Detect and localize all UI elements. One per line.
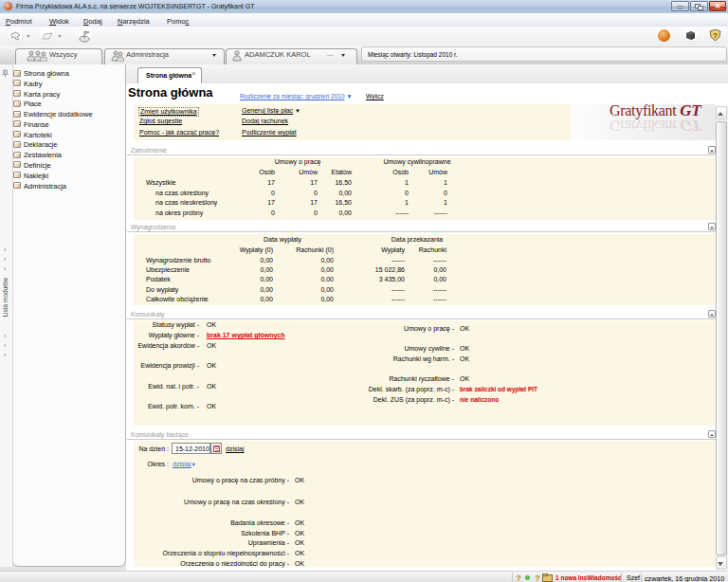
- svg-text:?: ?: [516, 573, 521, 582]
- svg-text:?: ?: [535, 573, 540, 582]
- svg-text:?: ?: [713, 31, 718, 40]
